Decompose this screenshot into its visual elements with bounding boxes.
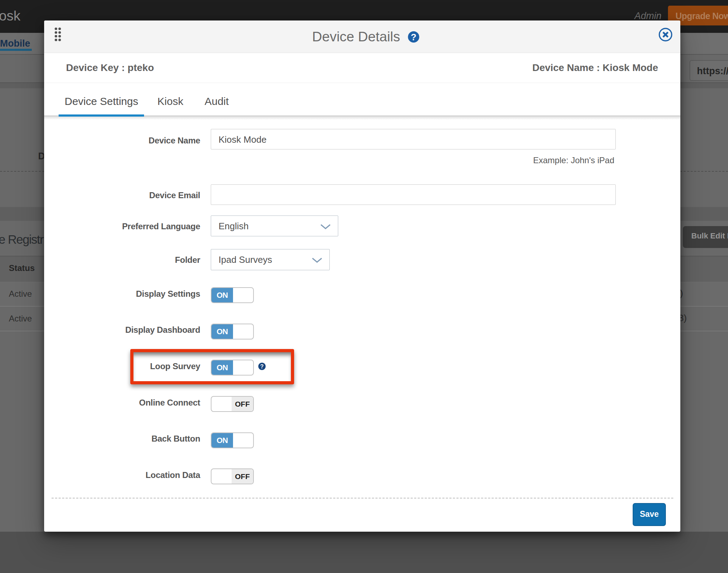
svg-text:?: ? — [411, 32, 417, 42]
